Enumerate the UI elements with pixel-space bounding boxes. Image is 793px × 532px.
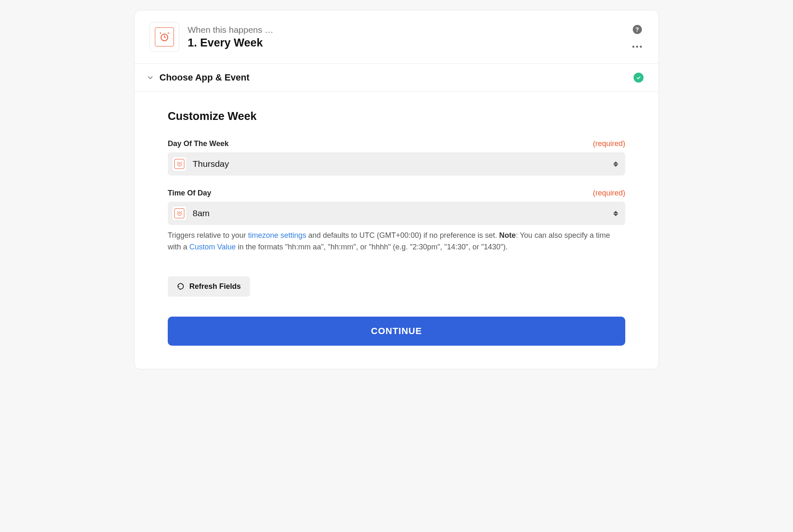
required-badge: (required) — [593, 139, 625, 148]
field-label-row: Day Of The Week (required) — [168, 139, 625, 148]
svg-marker-10 — [613, 161, 618, 164]
clock-icon — [155, 27, 174, 46]
svg-line-9 — [181, 161, 182, 162]
field-label-row: Time Of Day (required) — [168, 189, 625, 198]
select-icon — [172, 156, 187, 171]
section-choose-title: Choose App & Event — [159, 72, 634, 83]
svg-line-15 — [177, 211, 178, 211]
custom-value-link[interactable]: Custom Value — [189, 243, 236, 251]
time-label: Time Of Day — [168, 189, 211, 198]
clock-icon — [174, 159, 184, 169]
svg-marker-18 — [613, 214, 618, 216]
step-card: When this happens … 1. Every Week ? Choo… — [134, 10, 659, 369]
time-help-text: Triggers relative to your timezone setti… — [168, 230, 625, 253]
step-title: 1. Every Week — [188, 37, 622, 49]
chevron-down-icon — [146, 73, 154, 82]
svg-line-4 — [168, 33, 169, 34]
more-menu-icon[interactable] — [631, 44, 644, 49]
svg-marker-17 — [613, 211, 618, 213]
time-value: 8am — [193, 208, 607, 218]
svg-line-3 — [160, 33, 161, 34]
updown-caret-icon — [613, 211, 619, 216]
app-icon-container — [149, 22, 179, 52]
check-complete-icon — [634, 73, 644, 83]
timezone-settings-link[interactable]: timezone settings — [248, 231, 306, 239]
step-kicker: When this happens … — [188, 25, 622, 35]
day-of-week-select[interactable]: Thursday — [168, 152, 625, 176]
refresh-icon — [177, 283, 184, 290]
step-header: When this happens … 1. Every Week ? — [135, 10, 658, 64]
help-note-label: Note — [499, 231, 516, 239]
time-of-day-select[interactable]: 8am — [168, 202, 625, 225]
clock-icon — [174, 208, 184, 218]
help-segment: Triggers relative to your — [168, 231, 248, 239]
svg-marker-11 — [613, 164, 618, 167]
required-badge: (required) — [593, 189, 625, 198]
help-segment: and defaults to UTC (GMT+00:00) if no pr… — [306, 231, 499, 239]
refresh-fields-button[interactable]: Refresh Fields — [168, 276, 250, 297]
select-icon — [172, 206, 187, 221]
section-customize-week: Customize Week Day Of The Week (required… — [135, 92, 658, 369]
help-icon[interactable]: ? — [633, 25, 642, 34]
day-value: Thursday — [193, 159, 607, 169]
section-choose-app-event[interactable]: Choose App & Event — [135, 64, 658, 92]
field-day-of-week: Day Of The Week (required) Th — [168, 139, 625, 176]
field-time-of-day: Time Of Day (required) 8am — [168, 189, 625, 253]
help-segment: in the formats "hh:mm aa", "hh:mm", or "… — [236, 243, 508, 251]
continue-button[interactable]: CONTINUE — [168, 317, 625, 346]
customize-title: Customize Week — [168, 110, 625, 123]
header-text: When this happens … 1. Every Week — [188, 25, 622, 49]
svg-line-16 — [181, 211, 182, 211]
day-label: Day Of The Week — [168, 139, 229, 148]
svg-line-8 — [177, 161, 178, 162]
refresh-label: Refresh Fields — [189, 282, 241, 291]
header-actions: ? — [631, 25, 644, 49]
updown-caret-icon — [613, 161, 619, 167]
